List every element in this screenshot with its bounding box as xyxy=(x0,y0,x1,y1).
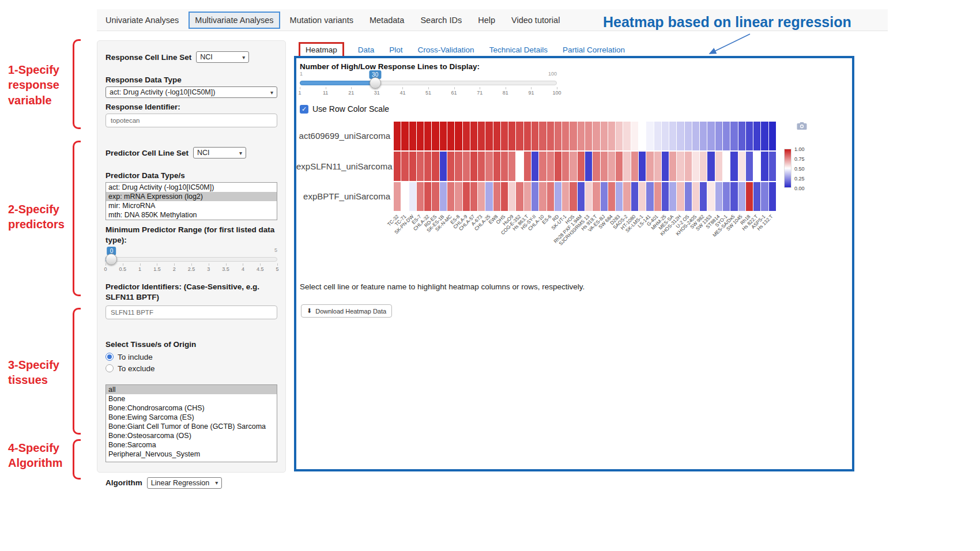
heatmap-cell[interactable] xyxy=(753,122,760,150)
nav-item-multivariate-analyses[interactable]: Multivariate Analyses xyxy=(189,12,280,29)
heatmap-cell[interactable] xyxy=(470,182,477,211)
heatmap-cell[interactable] xyxy=(662,122,669,150)
heatmap-cell[interactable] xyxy=(470,122,477,150)
heatmap-cell[interactable] xyxy=(623,122,630,150)
heatmap-cell[interactable] xyxy=(508,122,515,150)
tab-heatmap[interactable]: Heatmap xyxy=(299,42,344,58)
heatmap-cell[interactable] xyxy=(677,182,684,211)
heatmap-cell[interactable] xyxy=(738,122,745,150)
heatmap-cell[interactable] xyxy=(555,182,561,211)
heatmap-cell[interactable] xyxy=(730,182,737,211)
heatmap-cell[interactable] xyxy=(700,182,707,211)
predictor-identifiers-input[interactable] xyxy=(105,305,277,319)
heatmap-cell[interactable] xyxy=(707,152,714,180)
listbox-option[interactable]: mir: MicroRNA xyxy=(106,201,277,210)
heatmap-cell[interactable] xyxy=(447,182,454,211)
heatmap-cell[interactable] xyxy=(539,182,546,211)
heatmap-cell[interactable] xyxy=(623,152,630,180)
heatmap-cell[interactable] xyxy=(669,122,676,150)
heatmap-cell[interactable] xyxy=(631,182,638,211)
listbox-option[interactable]: Bone:Giant Cell Tumor of Bone (GCTB) Sar… xyxy=(106,422,277,431)
heatmap-cell[interactable] xyxy=(585,122,592,150)
heatmap-cell[interactable] xyxy=(555,152,561,180)
heatmap-cell[interactable] xyxy=(547,152,554,180)
response-data-type-select[interactable]: act: Drug Activity (-log10[IC50M]) ▾ xyxy=(105,86,277,98)
tab-data[interactable]: Data xyxy=(357,44,376,56)
heatmap-cell[interactable] xyxy=(455,122,462,150)
heatmap-cell[interactable] xyxy=(440,182,447,211)
heatmap-cell[interactable] xyxy=(432,122,439,150)
heatmap-cell[interactable] xyxy=(692,182,699,211)
heatmap-row-label[interactable]: expSLFN11_uniSarcoma xyxy=(296,161,390,171)
heatmap-cell[interactable] xyxy=(524,182,531,211)
listbox-option[interactable]: Bone:Osteosarcoma (OS) xyxy=(106,431,277,440)
heatmap-cell[interactable] xyxy=(532,152,538,180)
tissue-include-radio[interactable]: To include xyxy=(105,353,277,361)
slider-handle[interactable] xyxy=(105,254,117,265)
heatmap-cell[interactable] xyxy=(669,152,676,180)
heatmap-cell[interactable] xyxy=(593,152,600,180)
heatmap-cell[interactable] xyxy=(562,122,569,150)
heatmap-cell[interactable] xyxy=(524,152,531,180)
heatmap-cell[interactable] xyxy=(493,122,500,150)
heatmap-cell[interactable] xyxy=(501,122,508,150)
heatmap-cell[interactable] xyxy=(539,152,546,180)
heatmap-cell[interactable] xyxy=(424,122,431,150)
heatmap-cell[interactable] xyxy=(677,122,684,150)
heatmap-cell[interactable] xyxy=(692,152,699,180)
heatmap-cell[interactable] xyxy=(478,182,485,211)
listbox-option[interactable]: all xyxy=(106,385,277,394)
heatmap-cell[interactable] xyxy=(463,122,470,150)
heatmap-cell[interactable] xyxy=(417,152,424,180)
heatmap-cell[interactable] xyxy=(616,182,623,211)
download-heatmap-button[interactable]: ⬇ Download Heatmap Data xyxy=(301,304,392,318)
heatmap-cell[interactable] xyxy=(470,152,477,180)
listbox-option[interactable]: act: Drug Activity (-log10[IC50M]) xyxy=(106,183,277,192)
heatmap-cell[interactable] xyxy=(455,152,462,180)
heatmap-cell[interactable] xyxy=(685,152,692,180)
heatmap-cell[interactable] xyxy=(753,152,760,180)
tissue-listbox[interactable]: allBoneBone:Chondrosarcoma (CHS)Bone:Ewi… xyxy=(105,384,277,462)
heatmap-cell[interactable] xyxy=(516,182,523,211)
heatmap-cell[interactable] xyxy=(485,182,492,211)
heatmap-cell[interactable] xyxy=(578,182,585,211)
heatmap-cell[interactable] xyxy=(639,152,646,180)
heatmap-cell[interactable] xyxy=(662,182,669,211)
heatmap-cell[interactable] xyxy=(447,122,454,150)
heatmap-cell[interactable] xyxy=(601,152,608,180)
heatmap-cell[interactable] xyxy=(639,182,646,211)
heatmap-cell[interactable] xyxy=(631,122,638,150)
heatmap-cell[interactable] xyxy=(432,182,439,211)
heatmap-cell[interactable] xyxy=(654,152,661,180)
heatmap-cell[interactable] xyxy=(562,182,569,211)
nav-item-univariate-analyses[interactable]: Univariate Analyses xyxy=(99,12,185,29)
heatmap-cell[interactable] xyxy=(685,122,692,150)
heatmap-cell[interactable] xyxy=(601,122,608,150)
heatmap-cell[interactable] xyxy=(440,122,447,150)
heatmap-cell[interactable] xyxy=(570,152,576,180)
heatmap-cell[interactable] xyxy=(761,122,768,150)
algorithm-select[interactable]: Linear Regression ▾ xyxy=(147,477,222,489)
heatmap-cell[interactable] xyxy=(585,152,592,180)
heatmap-cell[interactable] xyxy=(769,122,776,150)
heatmap-cell[interactable] xyxy=(738,182,745,211)
heatmap-cell[interactable] xyxy=(646,122,653,150)
min-predictor-range-slider[interactable]: 0 5 00.511.522.533.544.55 xyxy=(105,247,277,275)
tab-cross-validation[interactable]: Cross-Validation xyxy=(417,44,476,56)
heatmap-cell[interactable] xyxy=(547,182,554,211)
heatmap-cell[interactable] xyxy=(761,182,768,211)
heatmap-cell[interactable] xyxy=(424,182,431,211)
heatmap-cell[interactable] xyxy=(730,152,737,180)
heatmap-cell[interactable] xyxy=(547,122,554,150)
nav-item-metadata[interactable]: Metadata xyxy=(363,12,410,29)
heatmap-cell[interactable] xyxy=(455,182,462,211)
nav-item-video-tutorial[interactable]: Video tutorial xyxy=(505,12,566,29)
heatmap-cell[interactable] xyxy=(753,182,760,211)
heatmap-cell[interactable] xyxy=(677,152,684,180)
heatmap-cell[interactable] xyxy=(715,152,722,180)
listbox-option[interactable]: Bone:Chondrosarcoma (CHS) xyxy=(106,403,277,413)
heatmap-cell[interactable] xyxy=(692,122,699,150)
heatmap-cell[interactable] xyxy=(616,152,623,180)
listbox-option[interactable]: Bone xyxy=(106,394,277,403)
heatmap-cell[interactable] xyxy=(578,122,585,150)
